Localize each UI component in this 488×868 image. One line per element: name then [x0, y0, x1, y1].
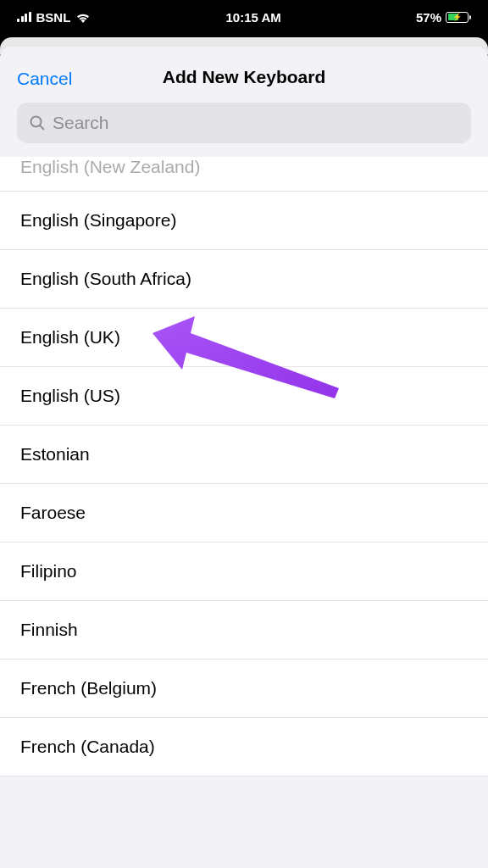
list-item[interactable]: English (South Africa) — [0, 250, 488, 309]
search-icon — [29, 114, 46, 131]
signal-icon — [17, 12, 31, 22]
list-item[interactable]: Faroese — [0, 484, 488, 542]
status-right: 57% ⚡ — [416, 10, 471, 25]
list-item[interactable]: Estonian — [0, 426, 488, 484]
battery-percent: 57% — [416, 10, 441, 25]
wifi-icon — [75, 12, 91, 23]
status-left: BSNL — [17, 10, 91, 25]
list-item[interactable]: English (US) — [0, 367, 488, 426]
list-item[interactable]: French (Belgium) — [0, 659, 488, 718]
status-bar: BSNL 10:15 AM 57% ⚡ — [0, 0, 488, 34]
list-item[interactable]: French (Canada) — [0, 718, 488, 776]
search-input[interactable] — [53, 113, 459, 133]
carrier-label: BSNL — [36, 10, 71, 25]
search-box[interactable] — [17, 103, 471, 143]
cancel-button[interactable]: Cancel — [17, 69, 72, 89]
keyboard-list: English (New Zealand) English (Singapore… — [0, 157, 488, 776]
status-time: 10:15 AM — [226, 10, 281, 25]
list-item[interactable]: Finnish — [0, 601, 488, 659]
page-title: Add New Keyboard — [17, 67, 471, 87]
search-container — [0, 103, 488, 157]
svg-point-0 — [31, 117, 42, 127]
list-item[interactable]: English (UK) — [0, 309, 488, 367]
sheet-header: Cancel Add New Keyboard — [0, 47, 488, 103]
svg-line-1 — [40, 125, 44, 130]
modal-sheet: Cancel Add New Keyboard English (New Zea… — [0, 47, 488, 868]
list-item[interactable]: Filipino — [0, 542, 488, 601]
list-item[interactable]: English (Singapore) — [0, 192, 488, 250]
battery-icon: ⚡ — [446, 12, 471, 23]
list-item[interactable]: English (New Zealand) — [0, 157, 488, 192]
